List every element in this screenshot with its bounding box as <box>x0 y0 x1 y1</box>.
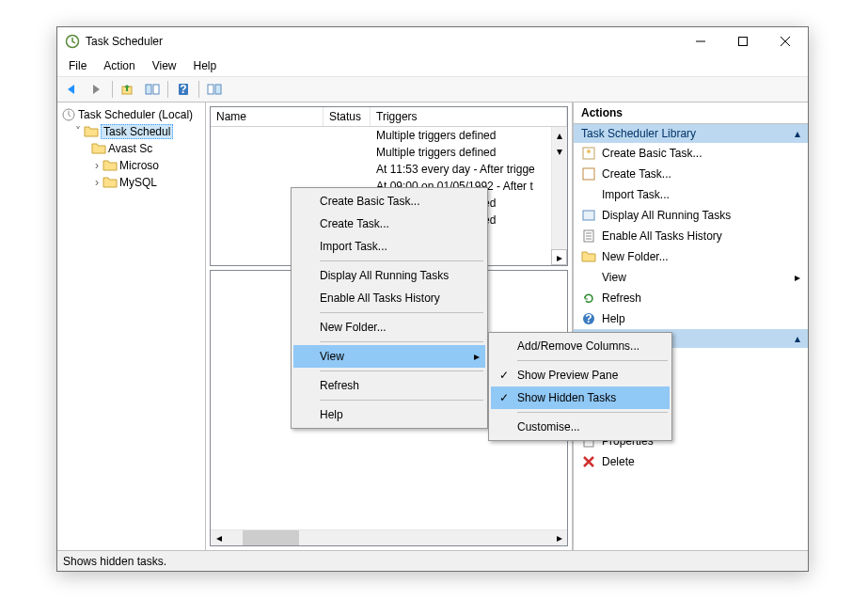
action-create-task[interactable]: Create Task... <box>574 164 808 184</box>
help-button[interactable]: ? <box>172 79 195 100</box>
tree-child-avast[interactable]: Avast Sc <box>59 140 203 157</box>
show-hide-console-button[interactable] <box>141 79 164 100</box>
svg-rect-7 <box>208 85 213 94</box>
svg-point-11 <box>587 150 591 153</box>
ctx-add-remove-columns[interactable]: Add/Remove Columns... <box>491 335 670 357</box>
scroll-down-icon[interactable]: ▾ <box>552 143 567 159</box>
new-folder-icon <box>581 249 596 264</box>
ctx-separator <box>320 400 483 401</box>
ctx-show-preview-pane[interactable]: ✓Show Preview Pane <box>491 364 670 386</box>
menu-action[interactable]: Action <box>96 57 142 74</box>
tree-child-mysql[interactable]: › MySQL <box>59 174 203 191</box>
task-icon <box>581 166 596 181</box>
ctx-display-running[interactable]: Display All Running Tasks <box>293 264 485 287</box>
tree-child-microsoft[interactable]: › Microso <box>59 157 203 174</box>
ctx-show-hidden-tasks[interactable]: ✓Show Hidden Tasks <box>491 386 670 409</box>
action-help[interactable]: ?Help <box>574 308 808 329</box>
collapse-icon[interactable]: ▴ <box>795 332 800 345</box>
tree-expand-icon[interactable]: › <box>91 176 103 189</box>
context-menu: Create Basic Task... Create Task... Impo… <box>291 187 488 429</box>
tree-library[interactable]: ˅ Task Schedul <box>59 123 203 140</box>
status-text: Shows hidden tasks. <box>63 555 166 568</box>
ctx-help[interactable]: Help <box>293 403 485 426</box>
delete-icon <box>581 454 596 469</box>
action-delete[interactable]: Delete <box>574 451 808 472</box>
ctx-import-task[interactable]: Import Task... <box>293 235 485 258</box>
tree-child-label: Microso <box>119 159 159 172</box>
tree-root[interactable]: Task Scheduler (Local) <box>59 106 203 123</box>
window-title: Task Scheduler <box>86 35 679 48</box>
wizard-icon <box>581 146 596 161</box>
scroll-right-icon[interactable]: ▸ <box>551 530 567 545</box>
submenu-arrow-icon: ▸ <box>474 350 480 363</box>
menu-view[interactable]: View <box>145 57 184 74</box>
maximize-button[interactable] <box>721 28 764 55</box>
action-display-running[interactable]: Display All Running Tasks <box>574 205 808 226</box>
toolbar-sep <box>112 81 113 98</box>
svg-rect-8 <box>215 85 221 94</box>
list-header: Name Status Triggers <box>211 107 567 127</box>
ctx-separator <box>320 370 483 371</box>
tree-expand-icon[interactable]: › <box>91 159 103 172</box>
running-icon <box>581 208 596 223</box>
action-create-basic-task[interactable]: Create Basic Task... <box>574 143 808 164</box>
col-triggers[interactable]: Triggers <box>371 107 567 126</box>
menubar: File Action View Help <box>57 55 808 76</box>
table-row: At 11:53 every day - After trigge <box>211 161 567 178</box>
col-status[interactable]: Status <box>324 107 371 126</box>
action-import-task[interactable]: Import Task... <box>574 184 808 205</box>
tree-library-label: Task Schedul <box>101 124 173 139</box>
table-row: Multiple triggers defined <box>211 127 567 144</box>
clock-icon <box>61 107 76 122</box>
folder-icon <box>103 175 118 190</box>
actions-title: Actions <box>574 102 808 124</box>
ctx-refresh[interactable]: Refresh <box>293 374 485 397</box>
action-refresh[interactable]: Refresh <box>574 288 808 308</box>
tree-child-label: Avast Sc <box>108 142 152 155</box>
help-icon: ? <box>581 311 596 326</box>
scroll-left-icon[interactable]: ◂ <box>211 530 227 545</box>
check-icon: ✓ <box>497 369 512 382</box>
toolbar: ? <box>57 76 808 102</box>
ctx-view[interactable]: View▸ <box>293 345 485 368</box>
forward-button[interactable] <box>86 79 108 100</box>
show-hide-action-button[interactable] <box>203 79 226 100</box>
ctx-customise[interactable]: Customise... <box>491 416 670 438</box>
folder-icon <box>103 158 118 173</box>
ctx-create-task[interactable]: Create Task... <box>293 213 485 235</box>
svg-rect-12 <box>583 168 594 180</box>
svg-rect-3 <box>146 85 151 94</box>
titlebar: Task Scheduler <box>57 27 808 55</box>
tree-pane[interactable]: Task Scheduler (Local) ˅ Task Schedul Av… <box>57 102 206 550</box>
actions-section-library[interactable]: Task Scheduler Library ▴ <box>574 124 808 143</box>
ctx-enable-history[interactable]: Enable All Tasks History <box>293 287 485 309</box>
back-button[interactable] <box>61 79 84 100</box>
svg-rect-4 <box>153 85 159 94</box>
ctx-new-folder[interactable]: New Folder... <box>293 316 485 339</box>
context-submenu-view: Add/Remove Columns... ✓Show Preview Pane… <box>488 332 672 441</box>
folder-icon <box>91 141 106 156</box>
minimize-button[interactable] <box>679 28 721 55</box>
scroll-thumb[interactable] <box>243 530 299 545</box>
action-view[interactable]: View▸ <box>574 267 808 288</box>
scroll-right-icon[interactable]: ▸ <box>551 249 567 265</box>
menu-help[interactable]: Help <box>186 57 225 74</box>
up-button[interactable] <box>117 79 139 100</box>
ctx-separator <box>517 412 668 413</box>
actions-pane: Actions Task Scheduler Library ▴ Create … <box>573 102 808 550</box>
col-name[interactable]: Name <box>211 107 324 126</box>
ctx-separator <box>320 341 483 342</box>
vertical-scrollbar[interactable]: ▴ ▾ <box>551 127 567 249</box>
tree-collapse-icon[interactable]: ˅ <box>72 125 84 138</box>
action-new-folder[interactable]: New Folder... <box>574 246 808 267</box>
refresh-icon <box>581 291 596 306</box>
close-button[interactable] <box>764 28 806 55</box>
ctx-create-basic-task[interactable]: Create Basic Task... <box>293 190 485 213</box>
horizontal-scrollbar[interactable]: ◂ ▸ <box>211 529 567 545</box>
ctx-separator <box>320 260 483 261</box>
collapse-icon[interactable]: ▴ <box>795 127 800 140</box>
action-enable-history[interactable]: Enable All Tasks History <box>574 226 808 246</box>
menu-file[interactable]: File <box>61 57 94 74</box>
scroll-up-icon[interactable]: ▴ <box>552 127 567 143</box>
svg-rect-1 <box>738 38 747 46</box>
